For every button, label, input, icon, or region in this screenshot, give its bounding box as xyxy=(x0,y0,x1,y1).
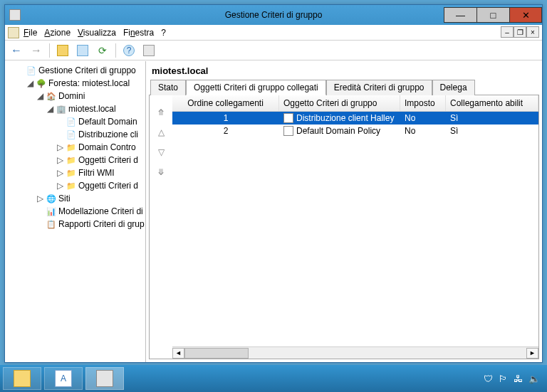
app-icon xyxy=(9,9,21,21)
col-enforced[interactable]: Imposto xyxy=(400,95,446,111)
content-title: miotest.local xyxy=(146,61,542,79)
mdi-controls: – ❐ × xyxy=(501,26,539,38)
tabstrip: Stato Oggetti Criteri di gruppo collegat… xyxy=(146,79,542,95)
close-button[interactable]: ✕ xyxy=(509,7,542,23)
gpo-link-icon: 📄 xyxy=(66,129,77,140)
tab-linked-gpos[interactable]: Oggetti Criteri di gruppo collegati xyxy=(186,80,326,95)
folder-icon: 📁 xyxy=(66,180,77,191)
wordpad-icon: A xyxy=(55,370,72,387)
forward-button[interactable]: → xyxy=(28,42,45,59)
mdi-close-button[interactable]: × xyxy=(526,26,539,38)
scroll-thumb[interactable] xyxy=(184,348,249,359)
tree-item-wmi-filters[interactable]: ▷📁Filtri WMI xyxy=(56,166,145,179)
refresh-button[interactable]: ⟳ xyxy=(94,42,111,59)
maximize-button[interactable]: □ xyxy=(476,7,509,23)
col-linkenabled[interactable]: Collegamento abilit xyxy=(446,95,538,111)
move-bottom-button[interactable]: ⤋ xyxy=(154,165,168,179)
titlebar[interactable]: Gestione Criteri di gruppo — □ ✕ xyxy=(5,5,542,25)
mdi-minimize-button[interactable]: – xyxy=(501,26,514,38)
tree-reports[interactable]: 📋Rapporti Criteri di grup xyxy=(36,218,145,231)
gpo-link-icon: 📄 xyxy=(66,116,77,127)
tree-domains-label: Domini xyxy=(58,91,85,101)
back-arrow-icon: ← xyxy=(11,44,22,57)
cell-linkenabled: Sì xyxy=(446,126,538,136)
toolbar-separator xyxy=(49,43,50,58)
tree-modeling[interactable]: 📊Modellazione Criteri di xyxy=(36,205,145,218)
properties-button[interactable] xyxy=(74,42,91,59)
main-window: Gestione Criteri di gruppo — □ ✕ FFileil… xyxy=(4,4,543,363)
tree-item-default-domain-policy[interactable]: 📄Default Domain xyxy=(56,115,145,128)
minimize-button[interactable]: — xyxy=(444,7,476,23)
taskbar[interactable]: A 🛡 🏳 🖧 🔈 xyxy=(0,365,547,392)
tree-pane[interactable]: 📄Gestione Criteri di gruppo ◢🌳Foresta: m… xyxy=(5,61,146,362)
tree-item-distribuzione[interactable]: 📄Distribuzione cli xyxy=(56,128,145,141)
col-gpo[interactable]: Oggetto Criteri di gruppo xyxy=(279,95,400,111)
grid-body[interactable]: 1 Distribuzione client Halley No Sì 2 De… xyxy=(172,112,538,346)
scroll-right-button[interactable]: ► xyxy=(526,348,538,359)
menu-file[interactable]: FFileile xyxy=(24,28,37,38)
gpo-link-icon xyxy=(283,113,293,123)
move-top-button[interactable]: ⤊ xyxy=(154,105,168,120)
gpmc-icon: 📄 xyxy=(26,65,37,76)
sites-icon: 🌐 xyxy=(46,193,57,204)
move-down-button[interactable]: ▽ xyxy=(154,145,168,159)
client-area: 📄Gestione Criteri di gruppo ◢🌳Foresta: m… xyxy=(5,61,542,362)
menu-action[interactable]: Azione xyxy=(44,28,71,38)
tab-stato[interactable]: Stato xyxy=(150,80,186,95)
horizontal-scrollbar[interactable]: ◄ ► xyxy=(172,346,538,359)
col-order[interactable]: Ordine collegamenti xyxy=(172,95,279,111)
content-pane: miotest.local Stato Oggetti Criteri di g… xyxy=(146,61,542,362)
menu-window[interactable]: Finestra xyxy=(123,28,154,38)
action-center-flag-icon[interactable]: 🏳 xyxy=(499,374,508,384)
tree-item-label: Distribuzione cli xyxy=(78,129,138,139)
taskbar-wordpad[interactable]: A xyxy=(44,367,83,390)
security-tray-icon[interactable]: 🛡 xyxy=(484,374,493,384)
link-order-controls: ⤊ △ ▽ ⤋ xyxy=(150,95,172,359)
tree-sites[interactable]: ▷🌐Siti xyxy=(36,192,145,205)
move-up-button[interactable]: △ xyxy=(154,125,168,139)
gpmc-icon xyxy=(96,370,113,387)
back-button[interactable]: ← xyxy=(8,42,25,59)
tab-inheritance[interactable]: Eredità Criteri di gruppo xyxy=(326,80,432,95)
table-row[interactable]: 2 Default Domain Policy No Sì xyxy=(172,125,538,137)
scroll-left-button[interactable]: ◄ xyxy=(172,348,184,359)
show-button[interactable] xyxy=(140,42,157,59)
tree-item-starter-gpos[interactable]: ▷📁Oggetti Criteri d xyxy=(56,179,145,192)
system-tray[interactable]: 🛡 🏳 🖧 🔈 xyxy=(484,374,544,384)
volume-tray-icon[interactable]: 🔈 xyxy=(528,374,540,384)
up-button[interactable] xyxy=(54,42,71,59)
cell-order: 1 xyxy=(172,113,279,123)
modeling-icon: 📊 xyxy=(46,206,57,217)
tree-modeling-label: Modellazione Criteri di xyxy=(58,206,143,216)
menu-help[interactable]: ? xyxy=(161,28,166,38)
scroll-track[interactable] xyxy=(184,348,526,359)
cell-gpo: Distribuzione client Halley xyxy=(279,113,400,123)
tree-forest[interactable]: ◢🌳Foresta: miotest.local xyxy=(26,77,145,90)
cell-linkenabled: Sì xyxy=(446,113,538,123)
filter-icon: 📁 xyxy=(66,167,77,179)
cell-enforced: No xyxy=(400,126,446,136)
tab-delegation[interactable]: Delega xyxy=(432,80,475,95)
properties-icon xyxy=(77,45,88,56)
taskbar-explorer[interactable] xyxy=(3,367,41,390)
linked-gpo-grid[interactable]: Ordine collegamenti Oggetto Criteri di g… xyxy=(172,95,538,359)
window-icon xyxy=(143,45,155,56)
tree-item-domain-controllers[interactable]: ▷📁Domain Contro xyxy=(56,141,145,154)
folder-icon: 📁 xyxy=(66,154,77,166)
tree-item-label: Oggetti Criteri d xyxy=(78,181,138,191)
domains-icon: 🏠 xyxy=(46,90,57,102)
network-tray-icon[interactable]: 🖧 xyxy=(514,374,523,384)
help-button[interactable]: ? xyxy=(120,42,137,59)
tree-domains[interactable]: ◢🏠Domini xyxy=(36,90,145,102)
taskbar-gpmc[interactable] xyxy=(85,367,124,390)
tree-root[interactable]: 📄Gestione Criteri di gruppo xyxy=(16,64,145,77)
tree-domain[interactable]: ◢🏢miotest.local xyxy=(46,102,145,115)
tree-item-label: Filtri WMI xyxy=(78,168,115,178)
tree-item-label: Oggetti Criteri d xyxy=(78,155,138,165)
mdi-restore-button[interactable]: ❐ xyxy=(514,26,526,38)
menubar: FFileile Azione Visualizza Finestra ? – … xyxy=(5,25,542,41)
tree-item-gpo-objects[interactable]: ▷📁Oggetti Criteri d xyxy=(56,154,145,166)
table-row[interactable]: 1 Distribuzione client Halley No Sì xyxy=(172,112,538,125)
tree-domain-label: miotest.local xyxy=(68,104,116,114)
menu-view[interactable]: Visualizza xyxy=(78,28,116,38)
